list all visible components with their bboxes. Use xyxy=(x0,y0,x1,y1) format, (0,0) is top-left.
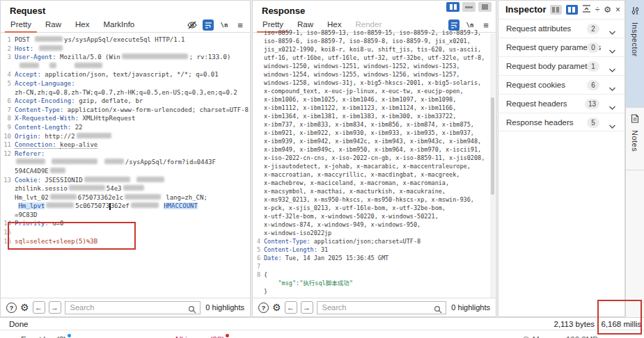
code-text: "msg" xyxy=(278,280,296,287)
code-line: =9C83D xyxy=(1,211,250,220)
rows-layout-icon[interactable] xyxy=(462,2,476,12)
inspector-section-request-body-parameters[interactable]: Request body parameters1 xyxy=(498,56,625,75)
line-number xyxy=(1,62,15,71)
inspector-dock-right-icon[interactable] xyxy=(566,5,578,15)
scrollbar-thumb[interactable] xyxy=(491,97,494,195)
redacted-text xyxy=(16,159,45,164)
inspector-section-request-cookies[interactable]: Request cookies6 xyxy=(498,75,625,94)
line-content: Accept: application/json, text/javascrip… xyxy=(15,70,219,79)
code-line: x-windows-iso2022jp xyxy=(253,229,496,237)
code-text: keep-alive xyxy=(60,141,97,149)
side-tab-inspector[interactable]: Inspector xyxy=(626,0,644,108)
response-search-box xyxy=(317,301,447,314)
line-number xyxy=(253,145,264,154)
line-content: x-compound_text, x-euc-jp-linux, x-euc-t… xyxy=(264,87,464,95)
columns-layout-icon[interactable] xyxy=(446,2,460,12)
code-line: 13Cookie: JSESSIONID xyxy=(1,176,250,185)
line-content: utf-16, utf-16be, utf-16le, utf-32, utf-… xyxy=(264,54,485,62)
all-issues-tab[interactable]: All issues (98) xyxy=(174,335,229,338)
inspector-section-request-headers[interactable]: Request headers13 xyxy=(498,94,625,113)
code-text: ys/sysAppSql/executeSql HTTP/1.1 xyxy=(64,36,184,43)
inspector-close-icon[interactable]: × xyxy=(615,6,620,14)
code-text: POST xyxy=(15,36,33,43)
redacted-text xyxy=(136,177,164,182)
request-menu-icon[interactable]: ≡ xyxy=(235,19,246,31)
side-tab-notes[interactable]: Notes xyxy=(626,108,644,170)
line-number: 6 xyxy=(1,97,15,106)
code-line: Hm_lvt_02675073362e1c lang=zh_CN; xyxy=(1,193,250,202)
line-content: Hm_lvt_02675073362e1c lang=zh_CN; xyxy=(15,193,207,202)
response-searchbar: ? ⚙ ← → 0 highlights xyxy=(253,298,496,316)
next-match-button[interactable]: → xyxy=(301,301,313,314)
tab-pretty[interactable]: Pretty xyxy=(3,18,38,32)
tab-raw[interactable]: Raw xyxy=(38,18,68,32)
redacted-text xyxy=(104,159,124,164)
code-line: iso-8859-6, iso-8859-7, iso-8859-8, iso-… xyxy=(253,37,496,45)
expand-all-icon[interactable] xyxy=(582,3,591,16)
code-line: utf-16, utf-16be, utf-16le, utf-32, utf-… xyxy=(253,54,496,62)
code-text: application/x-www-form-urlencoded; chars… xyxy=(68,106,249,113)
line-number: 13 xyxy=(1,176,15,185)
line-content: Priority: u=0 xyxy=(15,219,63,228)
prev-match-button[interactable]: ← xyxy=(33,301,45,314)
line-number xyxy=(253,120,264,129)
inspector-section-request-attributes[interactable]: Request attributes2 xyxy=(498,19,625,38)
chevron-down-icon[interactable] xyxy=(608,26,616,38)
line-number xyxy=(253,212,264,220)
line-content: x-macsymbol, x-macthai, x-macturkish, x-… xyxy=(264,187,446,195)
chevron-down-icon[interactable] xyxy=(608,63,616,76)
code-line: x-jisautodetect, x-johab, x-macarabic, x… xyxy=(253,162,496,170)
code-text: x-iso-2022-cn-cns, x-iso-2022-cn-gb, x-i… xyxy=(264,154,485,161)
inspector-settings-icon[interactable]: ⚙ xyxy=(604,6,611,14)
inspector-section-response-headers[interactable]: Response headers5 xyxy=(498,113,625,131)
chevron-down-icon[interactable] xyxy=(608,82,616,95)
request-tabbar-icons: \n ≡ xyxy=(187,19,246,31)
section-label: Request attributes xyxy=(506,24,571,33)
code-text: x-utf-32le-bom, x-windows-50220, x-windo… xyxy=(264,213,439,220)
inspector-panel: Inspector ÷ ⚙ × Request attributes2Reque… xyxy=(498,0,625,317)
code-line: zh-CN,zh;q=0.8,zh-TW;q=0.7,zh-HK;q=0.5,e… xyxy=(1,88,250,97)
request-search-input[interactable] xyxy=(65,302,201,314)
code-text: ; rv:133.0) xyxy=(189,54,231,61)
response-search-input[interactable] xyxy=(317,302,446,314)
help-icon[interactable]: ? xyxy=(258,303,269,313)
line-number xyxy=(253,287,264,296)
collapse-all-icon[interactable]: ÷ xyxy=(595,6,600,14)
code-text: x-ibm737, x-ibm833, x-ibm834, x-ibm856, … xyxy=(264,121,474,128)
search-settings-icon[interactable]: ⚙ xyxy=(20,303,29,312)
response-scrollbar[interactable] xyxy=(490,33,495,298)
line-content: } xyxy=(264,287,267,296)
search-settings-icon[interactable]: ⚙ xyxy=(272,303,281,312)
line-number xyxy=(253,87,264,95)
request-editor[interactable]: 1POST ys/sysAppSql/executeSql HTTP/1.12H… xyxy=(1,33,250,298)
section-label: Response headers xyxy=(506,118,574,127)
inspector-dock-left-icon[interactable] xyxy=(550,5,562,15)
inspector-section-request-query-parameters[interactable]: Request query parameters0 xyxy=(498,38,625,56)
soft-wrap-icon[interactable] xyxy=(203,19,214,31)
code-line: 14Priority: u=0 xyxy=(1,219,250,228)
code-text: "执行sql脚本成功" xyxy=(299,280,353,287)
response-title: Response xyxy=(262,6,305,16)
hide-matches-icon[interactable] xyxy=(187,19,198,31)
event-log-tab[interactable]: Event log (3) xyxy=(21,335,71,338)
single-layout-icon[interactable] xyxy=(478,2,492,12)
code-text: Hm_lpvt xyxy=(18,202,45,209)
status-done: Done xyxy=(9,320,29,328)
code-line: x-ibm939, x-ibm942, x-ibm942c, x-ibm943,… xyxy=(253,137,496,145)
line-number: 4 xyxy=(253,237,264,246)
code-text: gzip, deflate, br xyxy=(79,97,143,104)
chevron-down-icon[interactable] xyxy=(608,120,616,132)
tab-markinfo[interactable]: MarkInfo xyxy=(97,18,142,32)
response-editor[interactable]: iso-8859-1, iso-8859-13, iso-8859-15, is… xyxy=(253,29,496,298)
chevron-down-icon[interactable] xyxy=(608,45,616,57)
next-match-button[interactable]: → xyxy=(49,301,61,314)
code-line: x-maccroatian, x-maccyrillic, x-macdingb… xyxy=(253,170,496,179)
chevron-down-icon[interactable] xyxy=(608,101,616,113)
help-icon[interactable]: ? xyxy=(6,303,17,313)
newline-toggle-icon[interactable]: \n xyxy=(219,19,230,31)
response-bytes: 2,113 bytes xyxy=(553,320,595,328)
tab-hex[interactable]: Hex xyxy=(68,18,96,32)
line-number xyxy=(253,170,264,179)
prev-match-button[interactable]: ← xyxy=(285,301,297,314)
code-text: windows-1254, windows-1255, windows-1256… xyxy=(264,71,460,78)
